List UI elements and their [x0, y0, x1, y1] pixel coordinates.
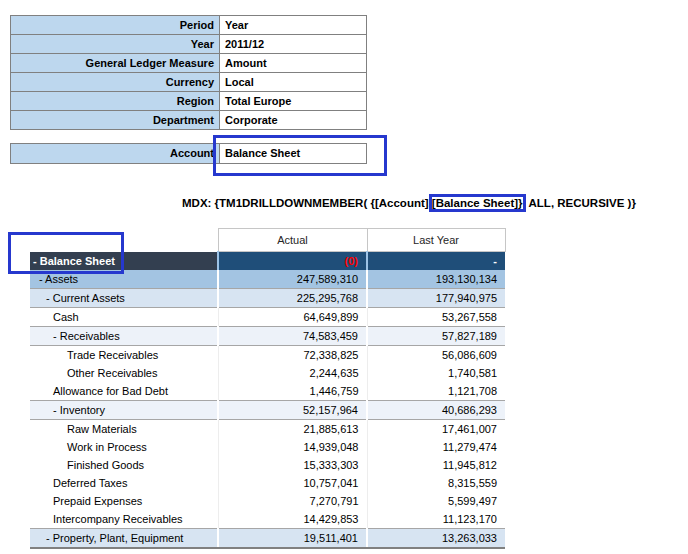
parameter-row-year: Year 2011/12: [11, 35, 367, 54]
table-row: Trade Receivables72,338,82556,086,609: [30, 346, 505, 365]
table-row: Finished Goods15,333,30311,945,812: [30, 456, 505, 474]
row-header-cell[interactable]: Deferred Taxes: [30, 474, 218, 492]
row-header-column-header: [30, 229, 218, 252]
row-header-cell[interactable]: - Assets: [30, 270, 218, 289]
parameter-row-currency: Currency Local: [11, 73, 367, 92]
mdx-highlighted-member: [Balance Sheet]}: [432, 197, 523, 209]
actual-value-cell[interactable]: 21,885,613: [218, 420, 367, 439]
last-year-value-cell[interactable]: 177,940,975: [367, 289, 505, 308]
actual-value-cell[interactable]: (0): [218, 252, 367, 271]
actual-value-cell[interactable]: 72,338,825: [218, 346, 367, 365]
last-year-value-cell[interactable]: 1,121,708: [367, 382, 505, 401]
parameter-form: Period Year Year 2011/12 General Ledger …: [10, 15, 367, 130]
parameter-row-region: Region Total Europe: [11, 92, 367, 111]
table-row: Allowance for Bad Debt1,446,7591,121,708: [30, 382, 505, 401]
last-year-value-cell[interactable]: 5,599,497: [367, 492, 505, 510]
gl-measure-label: General Ledger Measure: [11, 54, 220, 73]
parameter-row-period: Period Year: [11, 16, 367, 35]
row-header-cell[interactable]: - Balance Sheet: [30, 252, 218, 271]
table-row: Intercompany Receivables14,429,85311,123…: [30, 510, 505, 529]
report-table: Actual Last Year - Balance Sheet(0)-- As…: [30, 228, 506, 549]
last-year-value-cell[interactable]: 13,263,033: [367, 529, 505, 549]
row-header-cell[interactable]: Intercompany Receivables: [30, 510, 218, 529]
currency-label: Currency: [11, 73, 220, 92]
mdx-expression: MDX: {TM1DRILLDOWNMEMBER( {[Account].[Ba…: [182, 197, 636, 209]
period-label: Period: [11, 16, 220, 35]
row-header-cell[interactable]: Finished Goods: [30, 456, 218, 474]
last-year-value-cell[interactable]: 11,123,170: [367, 510, 505, 529]
parameter-row-account: Account Balance Sheet: [11, 144, 367, 164]
table-row: Work in Process14,939,04811,279,474: [30, 438, 505, 456]
table-row: Deferred Taxes10,757,0418,315,559: [30, 474, 505, 492]
account-label: Account: [11, 144, 220, 164]
table-row: - Assets247,589,310193,130,134: [30, 270, 505, 289]
last-year-value-cell[interactable]: 56,086,609: [367, 346, 505, 365]
last-year-value-cell[interactable]: -: [367, 252, 505, 271]
actual-value-cell[interactable]: 74,583,459: [218, 327, 367, 346]
actual-value-cell[interactable]: 52,157,964: [218, 401, 367, 420]
column-header-actual[interactable]: Actual: [218, 229, 367, 252]
department-label: Department: [11, 111, 220, 130]
actual-value-cell[interactable]: 14,429,853: [218, 510, 367, 529]
row-header-cell[interactable]: Trade Receivables: [30, 346, 218, 365]
account-selector: Account Balance Sheet: [10, 143, 367, 164]
year-value-cell[interactable]: 2011/12: [220, 35, 367, 54]
table-row: - Inventory52,157,96440,686,293: [30, 401, 505, 420]
last-year-value-cell[interactable]: 40,686,293: [367, 401, 505, 420]
actual-value-cell[interactable]: 1,446,759: [218, 382, 367, 401]
actual-value-cell[interactable]: 7,270,791: [218, 492, 367, 510]
table-row: Raw Materials21,885,61317,461,007: [30, 420, 505, 439]
table-row: Other Receivables2,244,6351,740,581: [30, 364, 505, 382]
row-header-cell[interactable]: Prepaid Expenses: [30, 492, 218, 510]
actual-value-cell[interactable]: 225,295,768: [218, 289, 367, 308]
actual-value-cell[interactable]: 15,333,303: [218, 456, 367, 474]
last-year-value-cell[interactable]: 11,279,474: [367, 438, 505, 456]
table-row: Prepaid Expenses7,270,7915,599,497: [30, 492, 505, 510]
period-value-cell[interactable]: Year: [220, 16, 367, 35]
row-header-cell[interactable]: Cash: [30, 308, 218, 327]
actual-value-cell[interactable]: 19,511,401: [218, 529, 367, 549]
row-header-cell[interactable]: Other Receivables: [30, 364, 218, 382]
table-row: - Property, Plant, Equipment19,511,40113…: [30, 529, 505, 549]
actual-value-cell[interactable]: 2,244,635: [218, 364, 367, 382]
actual-value-cell[interactable]: 14,939,048: [218, 438, 367, 456]
column-header-last-year[interactable]: Last Year: [367, 229, 505, 252]
row-header-cell[interactable]: - Receivables: [30, 327, 218, 346]
last-year-value-cell[interactable]: 53,267,558: [367, 308, 505, 327]
year-label: Year: [11, 35, 220, 54]
report-header-row: Actual Last Year: [30, 229, 505, 252]
last-year-value-cell[interactable]: 8,315,559: [367, 474, 505, 492]
account-value-cell[interactable]: Balance Sheet: [220, 144, 367, 164]
mdx-prefix: MDX: {TM1DRILLDOWNMEMBER( {[Account].: [182, 197, 432, 209]
last-year-value-cell[interactable]: 17,461,007: [367, 420, 505, 439]
row-header-cell[interactable]: Allowance for Bad Debt: [30, 382, 218, 401]
parameter-row-department: Department Corporate: [11, 111, 367, 130]
last-year-value-cell[interactable]: 1,740,581: [367, 364, 505, 382]
last-year-value-cell[interactable]: 57,827,189: [367, 327, 505, 346]
table-row: Cash64,649,89953,267,558: [30, 308, 505, 327]
region-value-cell[interactable]: Total Europe: [220, 92, 367, 111]
actual-value-cell[interactable]: 64,649,899: [218, 308, 367, 327]
currency-value-cell[interactable]: Local: [220, 73, 367, 92]
row-header-cell[interactable]: Work in Process: [30, 438, 218, 456]
parameter-row-gl-measure: General Ledger Measure Amount: [11, 54, 367, 73]
table-row: - Receivables74,583,45957,827,189: [30, 327, 505, 346]
gl-measure-value-cell[interactable]: Amount: [220, 54, 367, 73]
row-header-cell[interactable]: - Property, Plant, Equipment: [30, 529, 218, 549]
table-row: - Balance Sheet(0)-: [30, 252, 505, 271]
department-value-cell[interactable]: Corporate: [220, 111, 367, 130]
row-header-cell[interactable]: Raw Materials: [30, 420, 218, 439]
row-header-cell[interactable]: - Current Assets: [30, 289, 218, 308]
actual-value-cell[interactable]: 247,589,310: [218, 270, 367, 289]
row-header-cell[interactable]: - Inventory: [30, 401, 218, 420]
mdx-suffix: , ALL, RECURSIVE )}: [523, 197, 636, 209]
region-label: Region: [11, 92, 220, 111]
last-year-value-cell[interactable]: 11,945,812: [367, 456, 505, 474]
table-row: - Current Assets225,295,768177,940,975: [30, 289, 505, 308]
last-year-value-cell[interactable]: 193,130,134: [367, 270, 505, 289]
actual-value-cell[interactable]: 10,757,041: [218, 474, 367, 492]
